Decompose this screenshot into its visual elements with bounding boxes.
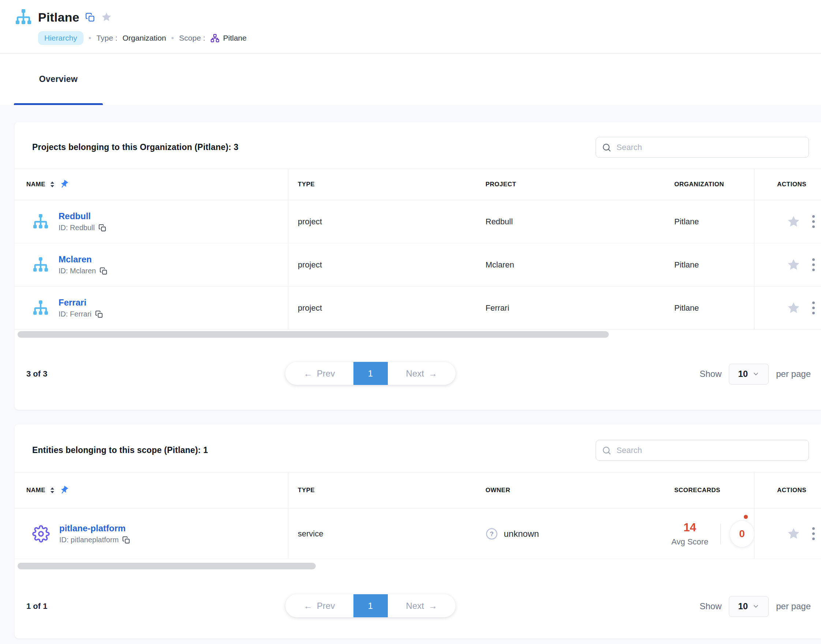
separator-dot: • [171,33,174,43]
entity-name-link[interactable]: pitlane-platform [59,523,130,534]
pagination-pill: ← Prev 1 Next → [285,594,455,617]
tab-bar: Overview [0,54,821,105]
per-page-label: per page [776,369,811,379]
column-organization: ORGANIZATION [665,181,754,188]
hierarchy-icon [32,301,49,316]
scrollbar-thumb[interactable] [18,331,609,338]
hierarchy-icon [32,257,49,273]
prev-page-button[interactable]: ← Prev [285,594,354,617]
projects-pagination: 3 of 3 ← Prev 1 Next → Show 10 per page [15,362,821,386]
entity-meta: Hierarchy • Type : Organization • Scope … [38,31,806,45]
entities-pagination: 1 of 1 ← Prev 1 Next → Show 10 per page [15,594,821,618]
page-body: Projects belonging to this Organization … [0,105,821,638]
pagination-pill: ← Prev 1 Next → [285,362,455,385]
project-name-link[interactable]: Ferrari [58,297,103,308]
tab-overview[interactable]: Overview [14,54,103,105]
avg-score-label: Avg Score [665,537,715,547]
projects-search [596,137,809,158]
pin-column-icon[interactable] [59,486,69,495]
horizontal-scrollbar[interactable] [18,563,821,569]
row-count: 1 of 1 [26,601,47,611]
cell-organization: Pitlane [665,260,754,270]
chevron-down-icon [752,370,760,378]
column-name: NAME [26,181,45,188]
scope-label: Scope : [179,34,205,43]
project-id: ID: Mclaren [58,267,96,275]
cell-scorecards: 14 Avg Score 0 [665,509,754,559]
cell-owner: unknown [504,529,539,539]
entities-card-title: Entities belonging to this scope (Pitlan… [32,445,208,455]
hierarchy-badge: Hierarchy [38,31,83,45]
copy-id-icon[interactable] [100,267,107,275]
projects-table-header: NAME TYPE PROJECT ORGANIZATION ACTIONS [15,169,821,200]
cell-organization: Pitlane [665,304,754,313]
entities-table-header: NAME TYPE OWNER SCORECARDS ACTIONS [15,472,821,509]
cell-type: project [288,287,476,329]
entities-card: Entities belonging to this scope (Pitlan… [15,425,821,638]
next-page-button[interactable]: Next → [388,594,456,617]
row-star-icon[interactable] [787,258,801,272]
horizontal-scrollbar[interactable] [18,331,821,338]
copy-id-icon[interactable] [95,310,103,318]
search-input[interactable] [616,143,803,152]
type-label: Type : [96,34,118,43]
cell-project: Redbull [476,217,665,227]
row-menu-kebab-icon[interactable] [811,526,816,541]
current-page-button[interactable]: 1 [354,362,388,385]
column-scorecards: SCORECARDS [665,487,754,494]
page-header: Pitlane Hierarchy • Type : Organization … [0,0,821,54]
separator-dot: • [89,33,92,43]
hierarchy-icon [15,9,32,25]
favorite-star-icon[interactable] [101,12,112,23]
column-project: PROJECT [476,181,665,188]
scope-value: Pitlane [223,34,247,43]
service-gear-icon [32,525,50,543]
cell-project: Mclaren [476,260,665,270]
copy-id-icon[interactable] [98,224,106,232]
copy-id-icon[interactable] [122,536,130,544]
column-type: TYPE [288,472,476,508]
cell-type: project [288,200,476,243]
row-star-icon[interactable] [787,301,801,315]
row-menu-kebab-icon[interactable] [811,300,816,316]
copy-title-button[interactable] [85,12,95,22]
show-label: Show [700,369,721,379]
projects-card: Projects belonging to this Organization … [15,122,821,410]
scorecard-level-badge[interactable]: 0 [730,521,754,547]
search-icon [602,446,611,455]
scorecard-progress-dot [744,515,748,519]
row-menu-kebab-icon[interactable] [811,257,816,273]
current-page-button[interactable]: 1 [354,594,388,617]
chevron-down-icon [752,603,760,610]
row-star-icon[interactable] [787,527,801,541]
per-page-label: per page [776,601,811,612]
table-row-mclaren: Mclaren ID: Mclaren project Mclaren Pitl… [15,243,821,287]
active-tab-underline [14,103,103,105]
project-name-link[interactable]: Mclaren [58,254,107,265]
prev-arrow-icon: ← [304,368,312,379]
sort-icon[interactable] [50,181,55,188]
column-owner: OWNER [476,487,665,494]
table-row-redbull: Redbull ID: Redbull project Redbull Pitl… [15,200,821,243]
next-page-button[interactable]: Next → [388,362,456,385]
search-input[interactable] [616,446,803,455]
row-star-icon[interactable] [787,215,801,229]
pin-column-icon[interactable] [59,179,69,189]
page-size-select[interactable]: 10 [729,364,769,385]
entity-id: ID: pitlaneplatform [59,536,118,544]
show-label: Show [700,601,721,612]
sort-icon[interactable] [50,487,55,494]
prev-page-button[interactable]: ← Prev [285,362,354,385]
cell-project: Ferrari [476,304,665,313]
page-size-select[interactable]: 10 [729,596,769,617]
row-menu-kebab-icon[interactable] [811,214,816,229]
scrollbar-thumb[interactable] [18,563,316,569]
project-name-link[interactable]: Redbull [58,211,106,221]
next-arrow-icon: → [429,368,437,379]
project-id: ID: Redbull [58,224,95,232]
scope-org-icon [210,34,219,43]
table-row-ferrari: Ferrari ID: Ferrari project Ferrari Pitl… [15,287,821,330]
score-divider [720,524,721,544]
table-row-pitlane-platform: pitlane-platform ID: pitlaneplatform ser… [15,509,821,559]
prev-arrow-icon: ← [304,601,312,611]
